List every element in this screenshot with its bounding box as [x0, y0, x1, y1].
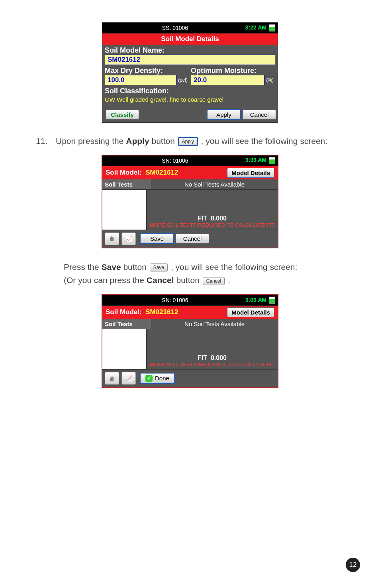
inline-save-button: Save [150, 264, 168, 271]
done-label: Done [155, 375, 169, 382]
classify-button[interactable]: Classify [106, 110, 139, 120]
save-cancel-instruction: Press the Save button Save , you will se… [64, 260, 356, 287]
fit-panel: FIT 0.000 MORE SOIL TESTS REQUIRED TO CA… [147, 329, 278, 369]
delete-icon-button[interactable]: 🗑 [105, 372, 119, 385]
p2-pre: Press the [64, 262, 102, 271]
status-time: 3:03 AM [245, 157, 266, 163]
p2-save-name: Save [102, 262, 121, 271]
fit-label: FIT [198, 215, 207, 222]
trash-icon: 🗑 [109, 236, 115, 242]
fit-panel: FIT 0.000 MORE SOIL TESTS REQUIRED TO CA… [147, 190, 278, 230]
fit-value: 0.000 [211, 215, 227, 222]
status-bar: SN: 01006 3:03 AM [102, 295, 278, 306]
check-icon: ✓ [145, 375, 153, 382]
inline-apply-button: Apply [178, 137, 198, 146]
model-details-button[interactable]: Model Details [227, 168, 274, 178]
graph-icon: 📈 [125, 236, 132, 242]
soil-model-prefix: Soil Model: SM021612 [106, 308, 178, 316]
step-11-text: 11. Upon pressing the Apply button Apply… [36, 135, 356, 147]
apply-button[interactable]: Apply [207, 109, 241, 120]
screen-title-bar: Soil Model Details [102, 33, 278, 45]
soil-model-name-label: Soil Model Name: [105, 46, 275, 55]
p2-cancel-name: Cancel [147, 275, 174, 285]
optimum-moisture-input[interactable]: 20.0 [191, 75, 264, 85]
step-mid: button [151, 136, 177, 146]
table-header: Soil Tests No Soil Tests Available [102, 319, 278, 329]
screen-title: Soil Model Details [106, 35, 274, 43]
soil-tests-list [102, 190, 147, 230]
fit-value: 0.000 [211, 354, 227, 361]
status-time: 3:03 AM [245, 297, 266, 303]
max-density-label: Max Dry Density: [105, 67, 189, 75]
soil-tests-column-header: Soil Tests [102, 319, 151, 329]
model-header-bar: Soil Model: SM021612 Model Details [102, 166, 278, 179]
cancel-button[interactable]: Cancel [243, 110, 276, 120]
screen-soil-model-details: SS: 01006 3:22 AM Soil Model Details Soi… [102, 22, 278, 123]
status-time: 3:22 AM [245, 24, 266, 31]
delete-icon-button[interactable]: 🗑 [105, 232, 119, 245]
page-number-badge: 12 [346, 558, 360, 572]
soil-tests-column-header: Soil Tests [102, 179, 151, 189]
model-header-bar: Soil Model: SM021612 Model Details [102, 306, 278, 319]
p2-line2-pre: (Or you can press the [64, 275, 147, 285]
graph-icon: 📈 [125, 375, 132, 382]
status-bar: SS: 01006 3:22 AM [102, 23, 278, 33]
status-bar: SN: 01006 3:03 AM [102, 155, 278, 166]
density-unit: (pcf) [176, 77, 189, 83]
battery-icon [269, 157, 275, 164]
p2-mid1: button [123, 262, 149, 271]
inline-cancel-button: Cancel [203, 277, 225, 285]
step-pre: Upon pressing the [56, 136, 126, 146]
p2-line2-post: . [228, 275, 230, 285]
p2-line2-mid: button [176, 275, 202, 285]
step-apply-name: Apply [126, 136, 149, 146]
model-details-button[interactable]: Model Details [227, 307, 274, 317]
optimum-moisture-label: Optimum Moisture: [191, 67, 275, 75]
cancel-button[interactable]: Cancel [176, 234, 209, 244]
soil-classification-label: Soil Classification: [105, 87, 275, 95]
battery-icon [269, 24, 275, 31]
done-button[interactable]: ✓ Done [140, 373, 175, 384]
status-serial: SN: 01006 [105, 157, 245, 164]
no-tests-message: No Soil Tests Available [151, 179, 278, 189]
save-button[interactable]: Save [140, 233, 174, 244]
soil-classification-value: GW Well graded gravel, fine to coarse gr… [105, 96, 275, 103]
trash-icon: 🗑 [109, 375, 115, 382]
graph-icon-button[interactable]: 📈 [121, 372, 136, 385]
table-header: Soil Tests No Soil Tests Available [102, 179, 278, 190]
moisture-unit: (%) [264, 77, 275, 83]
step-number: 11. [36, 135, 56, 147]
p2-mid2: , you will see the following screen: [171, 262, 298, 271]
battery-icon [269, 297, 275, 304]
max-density-input[interactable]: 100.0 [105, 75, 176, 85]
fit-warning: MORE SOIL TESTS REQUIRED TO CALCULATE FI… [150, 362, 274, 368]
status-serial: SN: 01006 [105, 297, 245, 303]
soil-model-prefix: Soil Model: SM021612 [106, 169, 178, 177]
screen-soil-tests-done: SN: 01006 3:03 AM Soil Model: SM021612 M… [102, 294, 278, 388]
fit-label: FIT [198, 354, 207, 361]
status-serial: SS: 01006 [105, 25, 245, 31]
no-tests-message: No Soil Tests Available [151, 319, 278, 329]
step-post: , you will see the following screen: [201, 136, 328, 146]
screen-soil-tests-save: SN: 01006 3:03 AM Soil Model: SM021612 M… [102, 155, 278, 248]
soil-model-name-input[interactable]: SM021612 [105, 55, 275, 65]
graph-icon-button[interactable]: 📈 [121, 232, 136, 245]
fit-warning: MORE SOIL TESTS REQUIRED TO CALCULATE FI… [150, 222, 274, 228]
soil-tests-list [102, 329, 147, 369]
